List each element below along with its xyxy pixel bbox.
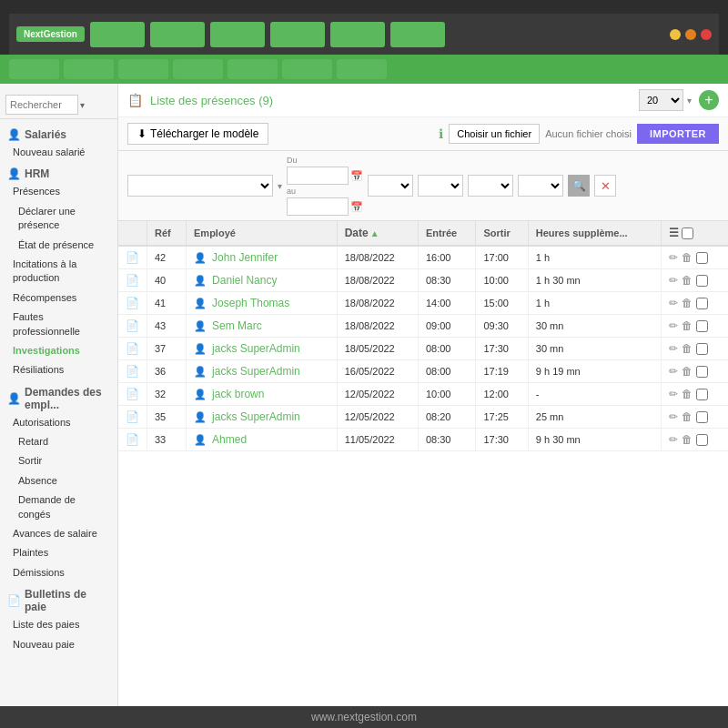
sidebar-item-absence[interactable]: Absence (0, 471, 117, 490)
nav-tab-5[interactable] (330, 22, 385, 47)
sidebar-item-declarer[interactable]: Déclarer une présence (0, 202, 117, 236)
row-checkbox[interactable] (696, 252, 708, 264)
search-button[interactable]: 🔍 (568, 175, 590, 197)
filter-select-2[interactable] (368, 175, 413, 197)
nav-btn-1[interactable] (9, 59, 59, 79)
nav-tab-2[interactable] (150, 22, 205, 47)
calendar-to-icon[interactable]: 📅 (350, 201, 363, 213)
edit-icon[interactable]: ✏ (669, 433, 678, 446)
sidebar-item-retard[interactable]: Retard (0, 432, 117, 451)
row-checkbox[interactable] (696, 411, 708, 423)
row-checkbox[interactable] (696, 389, 708, 400)
employee-link[interactable]: Daniel Nancy (212, 274, 277, 287)
sidebar-item-nouveau-paie[interactable]: Nouveau paie (0, 635, 117, 654)
row-checkbox[interactable] (696, 320, 708, 332)
nav-btn-3[interactable] (118, 59, 168, 79)
sidebar-item-liste-paies[interactable]: Liste des paies (0, 615, 117, 634)
employee-link[interactable]: jacks SuperAdmin (212, 365, 300, 378)
edit-icon[interactable]: ✏ (669, 251, 678, 264)
sidebar-item-investigations[interactable]: Investigations (0, 341, 117, 360)
clear-filter-button[interactable]: ✕ (594, 175, 616, 197)
select-all-checkbox[interactable] (682, 228, 693, 239)
filter-select-3[interactable] (418, 175, 463, 197)
employee-link[interactable]: jacks SuperAdmin (212, 342, 300, 355)
sidebar-item-demissions[interactable]: Démissions (0, 563, 117, 582)
close-button[interactable] (701, 29, 712, 40)
nav-tab-6[interactable] (390, 22, 445, 47)
calendar-from-icon[interactable]: 📅 (350, 170, 363, 182)
row-checkbox[interactable] (696, 298, 708, 309)
sidebar-item-incitations[interactable]: Incitations à la production (0, 255, 117, 288)
filter-select-4[interactable] (468, 175, 513, 197)
list-view-icon[interactable]: ☰ (669, 227, 679, 239)
sidebar-item-autorisations[interactable]: Autorisations (0, 413, 117, 432)
delete-icon[interactable]: 🗑 (682, 297, 693, 309)
sidebar-item-etat[interactable]: État de présence (0, 236, 117, 255)
employee-link[interactable]: Joseph Thomas (212, 297, 289, 309)
nav-btn-5[interactable] (228, 59, 278, 79)
edit-icon[interactable]: ✏ (669, 410, 678, 423)
cell-sortir: 17:25 (476, 406, 528, 429)
employee-link[interactable]: jacks SuperAdmin (212, 410, 300, 423)
date-to-input[interactable] (287, 197, 349, 216)
add-button[interactable]: + (699, 90, 719, 110)
nav-btn-2[interactable] (64, 59, 114, 79)
delete-icon[interactable]: 🗑 (682, 251, 693, 264)
sidebar-item-conges[interactable]: Demande de congés (0, 490, 117, 524)
employee-link[interactable]: Sem Marc (212, 319, 262, 332)
edit-icon[interactable]: ✏ (669, 365, 678, 378)
search-dropdown-arrow[interactable]: ▾ (80, 100, 85, 110)
search-input[interactable] (5, 95, 78, 115)
presences-table: Réf Employé Date ▲ Entrée Sortir Heures … (118, 221, 728, 451)
nav-tab-4[interactable] (270, 22, 325, 47)
sidebar-item-fautes[interactable]: Fautes professionnelle (0, 308, 117, 341)
filter-select-5[interactable] (518, 175, 563, 197)
date-from-input[interactable] (287, 167, 349, 185)
nav-tab-3[interactable] (210, 22, 265, 47)
sidebar-item-avances[interactable]: Avances de salaire (0, 524, 117, 543)
nav-tab-1[interactable] (90, 22, 145, 47)
sidebar-item-presences[interactable]: Présences (0, 182, 117, 201)
delete-icon[interactable]: 🗑 (682, 319, 693, 332)
sidebar-item-sortir[interactable]: Sortir (0, 451, 117, 470)
sidebar-item-nouveau-salarie[interactable]: Nouveau salarié (0, 143, 117, 162)
sidebar-item-resiliations[interactable]: Résiliations (0, 360, 117, 379)
employee-link[interactable]: John Jennifer (212, 251, 278, 264)
download-template-button[interactable]: ⬇ Télécharger le modèle (127, 123, 268, 145)
sidebar-item-recompenses[interactable]: Récompenses (0, 288, 117, 308)
edit-icon[interactable]: ✏ (669, 319, 678, 332)
table-row: 📄 33 👤 Ahmed 11/05/2022 08:30 17:30 9 h … (118, 429, 728, 451)
col-header-date[interactable]: Date ▲ (337, 221, 418, 246)
row-checkbox[interactable] (696, 343, 708, 355)
choose-file-button[interactable]: Choisir un fichier (449, 124, 540, 144)
employee-link[interactable]: jack brown (212, 388, 264, 400)
content-area: 📋 Liste des présences (9) 20 50 100 ▾ + … (118, 84, 728, 706)
download-icon: ⬇ (137, 127, 147, 140)
row-checkbox[interactable] (696, 366, 708, 378)
maximize-button[interactable] (685, 29, 696, 40)
nav-bar (0, 55, 728, 84)
cell-heures: 9 h 30 mn (528, 429, 661, 451)
nav-btn-6[interactable] (282, 59, 332, 79)
edit-icon[interactable]: ✏ (669, 297, 678, 309)
delete-icon[interactable]: 🗑 (682, 274, 693, 287)
delete-icon[interactable]: 🗑 (682, 365, 693, 378)
edit-icon[interactable]: ✏ (669, 274, 678, 287)
sidebar-item-plaintes[interactable]: Plaintes (0, 543, 117, 562)
delete-icon[interactable]: 🗑 (682, 342, 693, 355)
delete-icon[interactable]: 🗑 (682, 410, 693, 423)
delete-icon[interactable]: 🗑 (682, 388, 693, 400)
edit-icon[interactable]: ✏ (669, 388, 678, 400)
page-size-select[interactable]: 20 50 100 (639, 89, 683, 111)
row-checkbox[interactable] (696, 275, 708, 287)
employee-link[interactable]: Ahmed (212, 433, 247, 446)
nav-btn-7[interactable] (337, 59, 387, 79)
row-checkbox[interactable] (696, 434, 708, 446)
edit-icon[interactable]: ✏ (669, 342, 678, 355)
minimize-button[interactable] (670, 29, 681, 40)
cell-heures: 9 h 19 mn (528, 360, 661, 383)
nav-btn-4[interactable] (173, 59, 223, 79)
import-button[interactable]: IMPORTER (637, 124, 719, 144)
delete-icon[interactable]: 🗑 (682, 433, 693, 446)
employee-filter-select[interactable] (127, 175, 273, 197)
